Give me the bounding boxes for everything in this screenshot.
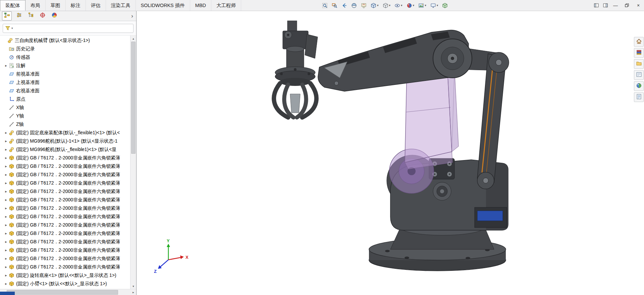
expand-arrow-icon[interactable]: ▸ [3,139,9,143]
dropdown-caret-icon[interactable]: ▾ [413,4,415,7]
zoom-to-fit-button[interactable] [321,2,328,9]
expand-arrow-icon[interactable]: ▸ [3,265,9,269]
expand-arrow-icon[interactable]: ▸ [3,215,9,218]
design-library-button[interactable] [634,48,644,58]
expand-arrow-icon[interactable]: ▸ [3,181,9,185]
expand-arrow-icon[interactable]: ▸ [3,148,9,151]
section-view-button[interactable] [351,2,358,9]
expand-arrow-icon[interactable]: ▸ [3,64,9,67]
tree-item[interactable]: ▸(固定) GB / T6172．2-2000非金属嵌件六角锁紧薄 [0,204,136,212]
expand-arrow-icon[interactable]: ▸ [3,131,9,135]
tree-item[interactable]: 上视基准面 [0,78,136,87]
hide-show-items-button[interactable]: ▾ [394,2,403,9]
tree-item[interactable]: 原点 [0,95,136,103]
featuremanager-tab[interactable] [2,11,12,20]
expand-arrow-icon[interactable]: ▸ [3,206,9,210]
tree-horizontal-scrollbar[interactable]: ◂ ▸ [0,289,136,295]
propertymanager-tab[interactable] [14,12,23,20]
displaymanager-tab[interactable] [50,12,59,20]
expand-arrow-icon[interactable]: ▸ [3,164,9,168]
tree-item[interactable]: ▸(固定) MG996舵机(默认-_flexible1)<1> (默认<显 [0,145,136,154]
tree-item[interactable]: Z轴 [0,120,136,129]
tree-item[interactable]: ▸(固定) GB / T6172．2-2000非金属嵌件六角锁紧薄 [0,187,136,196]
dropdown-caret-icon[interactable]: ▾ [437,4,438,7]
zoom-to-area-button[interactable] [331,2,338,9]
tree-item[interactable]: ▸(固定) GB / T6172．2-2000非金属嵌件六角锁紧薄 [0,170,136,179]
expand-arrow-icon[interactable]: ▸ [3,156,9,160]
dropdown-caret-icon[interactable]: ▾ [389,4,391,7]
ribbon-tab-da-engineer[interactable]: 大工程师 [211,0,241,11]
tree-item[interactable]: 传感器 [0,53,136,61]
tree-item[interactable]: ▸(固定) GB / T6172．2-2000非金属嵌件六角锁紧薄 [0,154,136,162]
configurationmanager-tab[interactable] [26,12,35,20]
expand-arrow-icon[interactable]: ▸ [3,223,9,227]
appearances-scenes-button[interactable] [634,81,644,91]
tree-vertical-scrollbar[interactable]: ▴ ▾ [130,36,136,289]
three-d-view-button[interactable] [441,2,448,9]
dropdown-caret-icon[interactable]: ▾ [377,4,379,7]
ribbon-tab-sketch[interactable]: 草图 [46,0,66,11]
tree-item[interactable]: ▸(固定) 旋转底座<1> (默认<<默认>_显示状态 1>) [0,271,136,280]
tree-item[interactable]: ▸(固定) GB / T6172．2-2000非金属嵌件六角锁紧薄 [0,212,136,221]
ribbon-tab-sw-addins[interactable]: SOLIDWORKS 插件 [136,0,190,11]
pane-left-button[interactable] [592,0,601,11]
expand-arrow-icon[interactable]: ▸ [3,232,9,235]
custom-properties-button[interactable] [634,92,644,102]
horizontal-scroll-thumb[interactable] [7,290,118,295]
tree-item[interactable]: 前视基准面 [0,70,136,78]
tree-item[interactable]: ▸(固定) GB / T6172．2-2000非金属嵌件六角锁紧薄 [0,263,136,271]
tree-item[interactable]: Y轴 [0,112,136,120]
tree-item[interactable]: ▸(固定) GB / T6172．2-2000非金属嵌件六角锁紧薄 [0,196,136,204]
tree-item[interactable]: ▸(固定) 小臂<1> (默认<<默认>_显示状态 1>) [0,280,136,288]
panel-expand-icon[interactable]: › [131,13,133,19]
resources-home-button[interactable] [634,37,644,47]
expand-arrow-icon[interactable]: ▸ [3,240,9,244]
ribbon-tab-layout[interactable]: 布局 [25,0,46,11]
dropdown-caret-icon[interactable]: ▾ [425,4,426,7]
filter-input[interactable] [14,26,131,31]
expand-arrow-icon[interactable]: ▸ [3,282,9,286]
display-style-button[interactable]: ▾ [382,2,391,9]
tree-item[interactable]: X轴 [0,103,136,112]
robot-arm-model[interactable]: Y X Z [137,11,644,295]
file-explorer-button[interactable] [634,59,644,69]
filter-caret-icon[interactable]: ▾ [11,27,13,30]
ribbon-tab-annotate[interactable]: 标注 [66,0,86,11]
tree-item[interactable]: ▸(固定) GB / T6172．2-2000非金属嵌件六角锁紧薄 [0,238,136,246]
tree-item[interactable]: ▸(固定) GB / T6172．2-2000非金属嵌件六角锁紧薄 [0,179,136,187]
apply-scene-button[interactable]: ▾ [418,2,427,9]
ribbon-tab-evaluate[interactable]: 评估 [86,0,106,11]
scroll-right-icon[interactable]: ▸ [130,289,136,295]
close-button[interactable]: × [633,0,644,11]
edit-appearance-button[interactable]: ▾ [406,2,415,9]
tree-item[interactable]: ▸(固定) GB / T6172．2-2000非金属嵌件六角锁紧薄 [0,246,136,254]
tree-item[interactable]: ▸(固定) GB / T6172．2-2000非金属嵌件六角锁紧薄 [0,254,136,263]
scroll-up-icon[interactable]: ▴ [130,36,136,41]
expand-arrow-icon[interactable]: ▸ [3,257,9,260]
view-orientation-button[interactable]: ▾ [370,2,379,9]
tree-item[interactable]: 三自由度机械臂 (默认<显示状态-1>) [0,36,136,45]
view-settings-button[interactable]: ▾ [430,2,439,9]
robot-gripper[interactable] [274,21,318,117]
previous-view-button[interactable] [341,2,348,9]
dropdown-caret-icon[interactable]: ▾ [401,4,402,7]
pane-right-button[interactable] [601,0,610,11]
minimize-button[interactable]: — [610,0,621,11]
tree-item[interactable]: 右视基准面 [0,87,136,95]
graphics-viewport[interactable]: Y X Z [137,11,644,295]
dimxpertmanager-tab[interactable] [38,12,47,20]
expand-arrow-icon[interactable]: ▸ [3,190,9,193]
tree-item[interactable]: ▸(固定) GB / T6172．2-2000非金属嵌件六角锁紧薄 [0,221,136,229]
tree-item[interactable]: 历史记录 [0,45,136,53]
expand-arrow-icon[interactable]: ▸ [3,248,9,252]
expand-arrow-icon[interactable]: ▸ [3,198,9,202]
tree-item[interactable]: ▸(固定) GB / T6172．2-2000非金属嵌件六角锁紧薄 [0,162,136,170]
tree-item[interactable]: ▸(固定) GB / T6172．2-2000非金属嵌件六角锁紧薄 [0,229,136,238]
view-palette-button[interactable] [634,70,644,80]
restore-button[interactable] [621,0,633,11]
filter-box[interactable]: ▾ [3,24,133,33]
ribbon-tab-render-tools[interactable]: 渲染工具 [106,0,136,11]
tree-item[interactable]: ▸(固定) 固定底座装配体(默认-_flexible1)<1> (默认< [0,129,136,137]
vertical-scroll-thumb[interactable] [131,42,136,154]
expand-arrow-icon[interactable]: ▸ [3,274,9,277]
